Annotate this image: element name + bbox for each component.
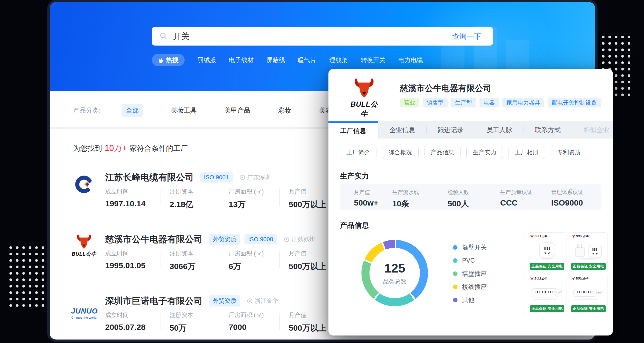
legend-item: 其他 <box>453 295 487 304</box>
guarantee-banner: 正品保证 安全用电 <box>530 263 564 270</box>
product-image <box>569 282 608 304</box>
dot-pattern-left <box>8 244 46 309</box>
tab-similar[interactable]: 相似企业 <box>572 121 613 139</box>
mini-bull-logo: BULL公牛 <box>572 234 588 238</box>
company-tag: 生产型 <box>451 98 476 107</box>
chip-product-info[interactable]: 产品信息 <box>424 146 461 159</box>
factory-name[interactable]: 慈溪市公牛电器有限公司 <box>105 233 203 245</box>
donut-total-label: 品类总数 <box>383 278 407 286</box>
company-name: 慈溪市公牛电器有限公司 <box>400 83 491 94</box>
chip-photos[interactable]: 工厂相册 <box>508 146 545 159</box>
chip-factory-intro[interactable]: 工厂简介 <box>340 146 376 159</box>
product-thumbnails: BULL公牛 正品保证 安全用电 BULL公牛 正品保证 安全用电 <box>528 232 608 314</box>
category-label: 产品分类: <box>73 106 101 115</box>
junuo-brand-text: JUNUO <box>71 307 97 315</box>
mini-bull-logo: BULL公牛 <box>530 234 547 238</box>
list-divider <box>71 218 372 218</box>
mini-bull-logo: BULL公牛 <box>530 277 547 281</box>
legend-item: 接线插座 <box>453 282 487 291</box>
search-button[interactable]: 查询一下 <box>440 32 493 41</box>
hot-item[interactable]: 羽绒服 <box>197 56 216 64</box>
field-value: 1997.10.14 <box>105 199 164 208</box>
bull-brand-text: BULL公牛 <box>349 99 379 119</box>
legend-item: PVC <box>453 256 487 265</box>
company-tag: 电器 <box>480 98 499 107</box>
hot-item[interactable]: 屏蔽线 <box>266 56 285 64</box>
guarantee-banner: 正品保证 安全用电 <box>571 305 606 312</box>
mini-bull-logo: BULL公牛 <box>572 277 588 281</box>
certification-badge: 外贸资质 <box>209 234 240 245</box>
hot-search-row: 热搜 羽绒服 电子线材 屏蔽线 暖气片 理线架 转换开关 电力电缆 <box>152 54 423 66</box>
company-tags: 营业 销售型 生产型 电器 家用电力器具 配电开关控制设备 <box>400 98 601 107</box>
search-input[interactable] <box>173 32 440 41</box>
changfeng-logo <box>71 174 97 196</box>
production-heading: 生产实力 <box>340 171 369 181</box>
results-summary: 为您找到10万+家符合条件的工厂 <box>73 143 188 154</box>
location-pin-icon <box>247 298 253 304</box>
tab-employees[interactable]: 员工人脉 <box>475 121 524 139</box>
location-pin-icon <box>283 236 290 243</box>
category-option-all[interactable]: 全部 <box>122 104 143 117</box>
product-image <box>528 282 566 304</box>
card-tab-bar: 工厂信息 企业信息 跟进记录 员工人脉 联系方式 相似企业 <box>328 121 613 139</box>
certification-badge: ISO 9001 <box>200 172 233 182</box>
results-suffix: 家符合条件的工厂 <box>130 144 188 152</box>
product-thumbnail-powerstrip[interactable]: BULL公牛 正品保证 安全用电 <box>528 275 566 314</box>
certification-badge: 外贸资质 <box>209 295 240 307</box>
chart-legend: 墙壁开关 PVC 墙壁插座 接线插座 其他 <box>453 243 487 304</box>
donut-center: 125 品类总数 <box>369 248 420 298</box>
field-label: 成立时间 <box>105 188 164 196</box>
product-image <box>528 240 566 262</box>
legend-item: 墙壁插座 <box>453 269 487 278</box>
donut-chart: 125 品类总数 <box>361 240 428 306</box>
location-pin-icon <box>239 174 246 181</box>
product-thumbnail-powerstrip-short[interactable]: BULL公牛 正品保证 安全用电 <box>569 275 608 314</box>
hot-item[interactable]: 理线架 <box>329 56 348 64</box>
flame-icon <box>158 57 164 64</box>
category-option[interactable]: 美甲产品 <box>225 106 250 115</box>
junuo-logo: JUNUO Change the world <box>71 307 97 319</box>
junuo-tagline: Change the world <box>71 316 97 319</box>
bull-logo: BULL公牛 <box>349 78 379 119</box>
product-image <box>569 240 608 262</box>
section-chips: 工厂简介 综合概况 产品信息 生产实力 工厂相册 专利资质 <box>340 146 587 159</box>
hot-item[interactable]: 暖气片 <box>298 56 316 64</box>
tab-contact[interactable]: 联系方式 <box>524 121 572 139</box>
search-bar[interactable]: 查询一下 <box>152 27 493 46</box>
list-divider <box>71 283 372 283</box>
hot-item[interactable]: 电子线材 <box>229 56 254 64</box>
category-option[interactable]: 彩妆 <box>278 106 291 115</box>
factory-name[interactable]: 江苏长峰电缆有限公司 <box>105 172 194 184</box>
chip-production[interactable]: 生产实力 <box>466 146 503 159</box>
factory-name[interactable]: 深圳市巨诺电子有限公司 <box>105 295 203 307</box>
certification-badge: ISO 9000 <box>244 234 277 244</box>
company-tag: 家用电力器具 <box>502 98 544 107</box>
results-count: 10万+ <box>105 143 127 153</box>
hot-search-pill: 热搜 <box>152 54 185 66</box>
category-chart-card: 125 品类总数 墙壁开关 PVC 墙壁插座 <box>340 233 525 314</box>
guarantee-banner: 正品保证 安全用电 <box>530 305 564 312</box>
company-tag: 销售型 <box>423 98 448 107</box>
hot-item[interactable]: 电力电缆 <box>398 56 423 64</box>
guarantee-banner: 正品保证 安全用电 <box>571 263 606 270</box>
products-heading: 产品信息 <box>340 221 369 230</box>
product-thumbnail-socket[interactable]: BULL公牛 正品保证 安全用电 <box>528 232 566 272</box>
tab-factory-info[interactable]: 工厂信息 <box>328 121 378 139</box>
company-card: BULL公牛 慈溪市公牛电器有限公司 营业 销售型 生产型 电器 家用电力器具 … <box>328 69 613 335</box>
hot-item[interactable]: 转换开关 <box>361 56 385 64</box>
chip-patents[interactable]: 专利资质 <box>551 146 587 159</box>
factory-location: 浙江金华 <box>247 297 278 305</box>
factory-location: 江苏苏州 <box>283 235 315 243</box>
bull-logo: BULL公牛 <box>71 234 97 258</box>
results-prefix: 为您找到 <box>73 144 102 152</box>
tab-follow-records[interactable]: 跟进记录 <box>426 121 475 139</box>
donut-total: 125 <box>384 261 405 275</box>
page: 查询一下 热搜 羽绒服 电子线材 屏蔽线 暖气片 理线架 转换开关 电力电缆 产… <box>0 0 644 343</box>
category-option[interactable]: 美妆工具 <box>171 106 197 115</box>
factory-location: 广东深圳 <box>239 173 271 181</box>
production-stats-panel: 月产值 500w+ 生产流水线 10条 检验人数 500人 生产质量认证 CCC… <box>340 184 601 210</box>
chip-overview[interactable]: 综合概况 <box>382 146 419 159</box>
hot-search-label: 热搜 <box>166 56 179 64</box>
tab-company-info[interactable]: 企业信息 <box>378 121 426 139</box>
product-thumbnail-adapter[interactable]: BULL公牛 正品保证 安全用电 <box>569 232 608 272</box>
